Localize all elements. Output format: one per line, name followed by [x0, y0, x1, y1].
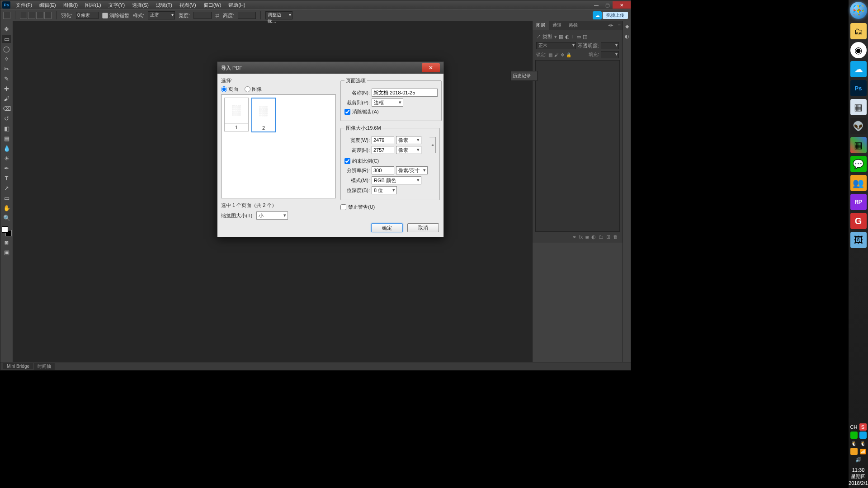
tab-paths[interactable]: 路径: [565, 21, 581, 30]
menu-help[interactable]: 帮助(H): [225, 1, 249, 9]
cloud-app-icon[interactable]: ☁: [850, 61, 867, 77]
lock-pos-icon[interactable]: ✥: [561, 52, 564, 57]
width-input[interactable]: [372, 136, 394, 144]
maximize-button[interactable]: ▢: [602, 1, 613, 9]
tab-channels[interactable]: 通道: [549, 21, 565, 30]
tray-qq1-icon[interactable]: 🐧: [850, 440, 858, 447]
strip-layers-icon[interactable]: ◆: [624, 23, 630, 29]
filter-adj-icon[interactable]: ◐: [565, 34, 570, 40]
tray-network-icon[interactable]: 📶: [859, 448, 867, 455]
mode-select[interactable]: RGB 颜色: [372, 176, 421, 184]
feather-input[interactable]: 0 像素: [76, 12, 99, 19]
fg-bg-color[interactable]: [2, 226, 12, 236]
tray-security-icon[interactable]: [850, 448, 858, 455]
constrain-checkbox[interactable]: [344, 158, 350, 164]
pdf-page-thumb-2[interactable]: ░░░░░░░░░░░░ 2: [251, 98, 276, 132]
quickmask-icon[interactable]: ◙: [2, 238, 11, 246]
pen-tool-icon[interactable]: ✒: [2, 164, 11, 172]
ime-icon[interactable]: S: [859, 423, 867, 431]
filter-type-icon[interactable]: T: [571, 34, 575, 39]
radio-page[interactable]: 页面: [221, 86, 238, 93]
name-input[interactable]: [372, 89, 438, 97]
menu-edit[interactable]: 编辑(E): [36, 1, 60, 9]
strip-adjust-icon[interactable]: ◐: [624, 33, 630, 39]
radio-image[interactable]: 图像: [245, 86, 262, 93]
menu-layer[interactable]: 图层(L): [81, 1, 104, 9]
delete-layer-icon[interactable]: 🗑: [613, 234, 618, 239]
wechat-icon[interactable]: 💬: [850, 156, 867, 172]
ok-button[interactable]: 确定: [371, 223, 403, 232]
tray-volume-icon[interactable]: 🔊: [855, 456, 862, 463]
width-unit-select[interactable]: 像素: [396, 136, 421, 144]
tool-preset-icon[interactable]: [3, 12, 10, 19]
filter-pixel-icon[interactable]: ▦: [559, 34, 563, 40]
crop-select[interactable]: 边框: [372, 99, 403, 107]
sel-int-icon[interactable]: [44, 12, 52, 19]
thumbnail-list[interactable]: ░░░░░░░░░░░░ 1 ░░░░░░░░░░░░ 2: [221, 94, 336, 198]
stamp-tool-icon[interactable]: ⌫: [2, 104, 11, 113]
calculator-icon[interactable]: ▦: [850, 99, 867, 115]
lang-indicator[interactable]: CH: [850, 423, 858, 431]
type-tool-icon[interactable]: T: [2, 174, 11, 182]
tray-qq2-icon[interactable]: 🐧: [859, 440, 867, 447]
photoshop-icon[interactable]: Ps: [850, 80, 867, 96]
eyedropper-tool-icon[interactable]: ✎: [2, 75, 11, 83]
link-wh-icon[interactable]: ⚭: [429, 137, 436, 153]
res-unit-select[interactable]: 像素/英寸: [396, 166, 428, 174]
menu-select[interactable]: 选择(S): [128, 1, 152, 9]
pdf-page-thumb-1[interactable]: ░░░░░░░░░░░░ 1: [224, 98, 249, 131]
tray-cloud-icon[interactable]: [859, 432, 867, 439]
lasso-tool-icon[interactable]: ◯: [2, 45, 11, 53]
opacity-input[interactable]: [601, 42, 619, 49]
cloud-upload-button[interactable]: 拖拽上传: [603, 12, 628, 19]
lock-paint-icon[interactable]: 🖌: [554, 52, 559, 57]
chrome-icon[interactable]: ◉: [850, 42, 867, 58]
sel-add-icon[interactable]: [28, 12, 35, 19]
sel-sub-icon[interactable]: [36, 12, 43, 19]
hand-tool-icon[interactable]: ✋: [2, 204, 11, 212]
menu-type[interactable]: 文字(Y): [105, 1, 129, 9]
menu-image[interactable]: 图像(I): [60, 1, 81, 9]
refine-edge-button[interactable]: 调整边缘...: [265, 11, 292, 19]
blend-mode-select[interactable]: 正常: [536, 42, 576, 49]
photo-viewer-icon[interactable]: 🖼: [850, 232, 867, 248]
menu-view[interactable]: 视图(V): [176, 1, 200, 9]
swap-wh-icon[interactable]: ⇄: [215, 13, 219, 19]
zoom-tool-icon[interactable]: 🔍: [2, 214, 11, 222]
blocks-icon[interactable]: ▦: [850, 137, 867, 153]
crop-tool-icon[interactable]: ✂: [2, 65, 11, 73]
alien-icon[interactable]: 👽: [850, 118, 867, 134]
filter-shape-icon[interactable]: ▭: [576, 34, 581, 40]
gradient-tool-icon[interactable]: ▤: [2, 134, 11, 142]
blur-tool-icon[interactable]: 💧: [2, 144, 11, 152]
mask-icon[interactable]: ◙: [585, 234, 589, 239]
marquee-tool-icon[interactable]: ▭: [2, 35, 11, 43]
link-layers-icon[interactable]: ⚭: [572, 234, 576, 239]
sel-new-icon[interactable]: [20, 12, 27, 19]
suppress-checkbox[interactable]: [340, 204, 346, 210]
wand-tool-icon[interactable]: ✧: [2, 55, 11, 63]
lock-all-icon[interactable]: 🔒: [566, 52, 571, 57]
new-layer-icon[interactable]: ⊞: [606, 234, 610, 239]
fill-input[interactable]: [601, 51, 619, 58]
minimize-button[interactable]: —: [591, 1, 602, 9]
heal-tool-icon[interactable]: ✚: [2, 84, 11, 93]
lock-trans-icon[interactable]: ▦: [548, 52, 552, 57]
fx-icon[interactable]: fx: [579, 234, 583, 239]
menu-filter[interactable]: 滤镜(T): [152, 1, 176, 9]
adjustment-icon[interactable]: ◐: [591, 234, 596, 239]
cancel-button[interactable]: 取消: [407, 223, 439, 232]
g-icon[interactable]: G: [850, 213, 867, 229]
panel-collapse-icon[interactable]: ◂▸: [605, 21, 616, 30]
height-unit-select[interactable]: 像素: [396, 146, 421, 154]
group-icon[interactable]: 🗀: [599, 234, 604, 239]
history-brush-icon[interactable]: ↺: [2, 114, 11, 122]
brush-tool-icon[interactable]: 🖌: [2, 94, 11, 103]
path-tool-icon[interactable]: ↗: [2, 184, 11, 192]
move-tool-icon[interactable]: ✥: [2, 25, 11, 33]
depth-select[interactable]: 8 位: [372, 186, 397, 194]
taskbar-clock[interactable]: 11:30 星期四 2018/2/1: [849, 465, 868, 488]
start-button[interactable]: [850, 2, 867, 19]
menu-file[interactable]: 文件(F): [12, 1, 36, 9]
screenmode-icon[interactable]: ▣: [2, 248, 11, 256]
